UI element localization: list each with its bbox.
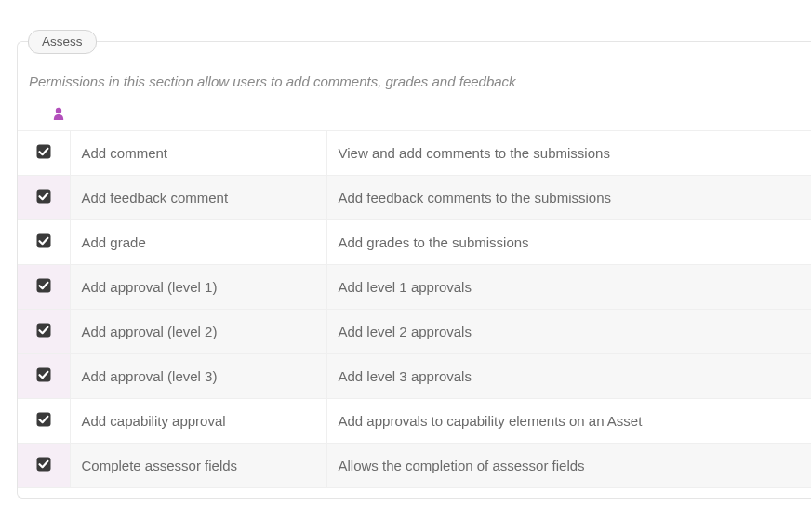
permission-checkbox[interactable] (18, 131, 70, 176)
permission-checkbox[interactable] (18, 176, 70, 220)
permission-label: Add comment (70, 131, 326, 176)
checkbox-icon (36, 457, 51, 472)
assess-panel: Permissions in this section allow users … (17, 41, 811, 499)
permission-label: Add feedback comment (70, 176, 326, 220)
permission-label: Complete assessor fields (70, 444, 326, 488)
permissions-table: Add commentView and add comments to the … (18, 130, 811, 488)
permission-description: Allows the completion of assessor fields (326, 444, 811, 488)
permission-description: Add level 2 approvals (326, 310, 811, 354)
permission-description: Add approvals to capability elements on … (326, 399, 811, 444)
checkbox-icon (36, 144, 51, 159)
permission-label: Add grade (70, 220, 326, 265)
permission-checkbox[interactable] (18, 444, 70, 488)
permission-checkbox[interactable] (18, 220, 70, 265)
permission-row: Add approval (level 1)Add level 1 approv… (18, 265, 811, 310)
svg-point-0 (56, 108, 61, 113)
permission-row: Add approval (level 2)Add level 2 approv… (18, 310, 811, 354)
checkbox-icon (36, 278, 51, 293)
permission-row: Add approval (level 3)Add level 3 approv… (18, 354, 811, 399)
permission-description: Add feedback comments to the submissions (326, 176, 811, 220)
permission-checkbox[interactable] (18, 354, 70, 399)
permission-description: Add level 3 approvals (326, 354, 811, 399)
permission-checkbox[interactable] (18, 265, 70, 310)
permission-label: Add approval (level 3) (70, 354, 326, 399)
permission-row: Add feedback commentAdd feedback comment… (18, 176, 811, 220)
permission-label: Add capability approval (70, 399, 326, 444)
section-tab-assess[interactable]: Assess (28, 30, 97, 54)
role-icon-header (18, 106, 811, 130)
checkbox-icon (36, 323, 51, 338)
section-description: Permissions in this section allow users … (29, 73, 811, 89)
checkbox-icon (36, 189, 51, 204)
permission-label: Add approval (level 2) (70, 310, 326, 354)
permission-row: Add gradeAdd grades to the submissions (18, 220, 811, 265)
permission-row: Add commentView and add comments to the … (18, 131, 811, 176)
permission-row: Complete assessor fieldsAllows the compl… (18, 444, 811, 488)
checkbox-icon (36, 412, 51, 427)
person-icon (51, 106, 811, 121)
permission-checkbox[interactable] (18, 310, 70, 354)
permission-description: View and add comments to the submissions (326, 131, 811, 176)
checkbox-icon (36, 233, 51, 248)
checkbox-icon (36, 367, 51, 382)
permission-description: Add level 1 approvals (326, 265, 811, 310)
permission-description: Add grades to the submissions (326, 220, 811, 265)
permission-label: Add approval (level 1) (70, 265, 326, 310)
permission-row: Add capability approvalAdd approvals to … (18, 399, 811, 444)
permission-checkbox[interactable] (18, 399, 70, 444)
